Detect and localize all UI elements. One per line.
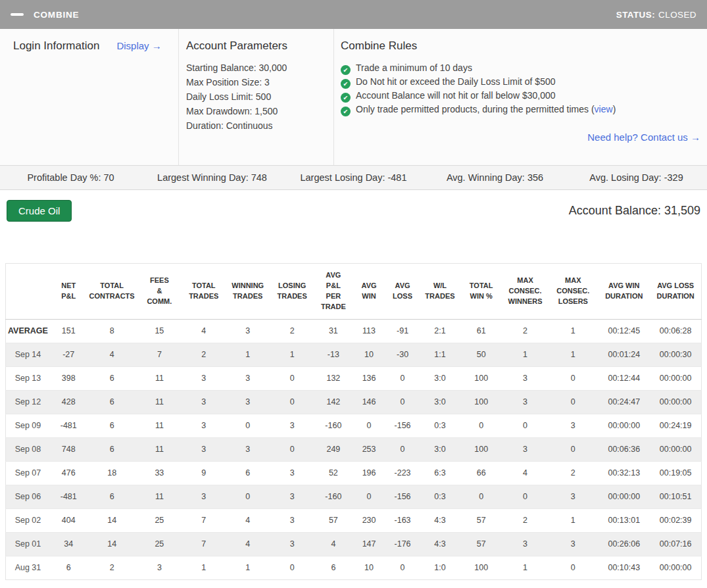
table-cell: 151 — [50, 319, 87, 343]
check-icon: ✔ — [341, 65, 351, 75]
column-header: AVG LOSS DURATION — [650, 264, 701, 320]
table-cell: 00:00:00 — [650, 366, 701, 390]
column-header: AVG WIN DURATION — [598, 264, 650, 320]
stats-bar: Profitable Day %: 70Largest Winning Day:… — [0, 166, 707, 190]
table-row: Sep 0874861133024925303:01003000:06:3600… — [6, 437, 702, 461]
table-cell: 6 — [87, 485, 137, 508]
table-cell: 1 — [225, 343, 270, 366]
table-cell: 0 — [385, 390, 420, 414]
table-cell: 196 — [353, 461, 385, 485]
table-cell: 3:0 — [420, 390, 460, 414]
table-row: Sep 1339861133013213603:01003000:12:4400… — [6, 366, 702, 390]
table-cell: 142 — [314, 390, 353, 414]
table-cell: 00:06:28 — [650, 319, 701, 343]
table-cell: 3 — [182, 485, 225, 508]
rule-item: ✔Only trade permitted products, during t… — [341, 103, 702, 116]
table-cell: 6 — [50, 556, 87, 579]
row-label: Sep 07 — [6, 461, 50, 485]
login-information-heading: Login Information — [13, 39, 99, 53]
table-cell: 7 — [182, 508, 225, 532]
combine-rules-section: Combine Rules ✔Trade a minimum of 10 day… — [334, 29, 707, 165]
table-cell: 0 — [225, 485, 270, 508]
table-cell: 2 — [502, 508, 549, 532]
crude-oil-button[interactable]: Crude Oil — [7, 200, 72, 222]
table-cell: 2:1 — [420, 319, 460, 343]
parameter-line: Max Position Size: 3 — [186, 75, 333, 89]
table-cell: -481 — [50, 485, 87, 508]
table-cell: -13 — [314, 343, 353, 366]
table-cell: 100 — [460, 437, 502, 461]
rule-text: ) — [613, 104, 616, 114]
view-link[interactable]: view — [595, 104, 613, 114]
table-cell: 3:0 — [420, 366, 460, 390]
column-header: TOTAL CONTRACTS — [87, 264, 137, 320]
table-cell: 1 — [182, 556, 225, 579]
table-cell: 57 — [460, 508, 502, 532]
table-cell: 10 — [353, 343, 385, 366]
contact-us-link[interactable]: Need help? Contact us → — [587, 132, 700, 143]
account-parameters-section: Account Parameters Starting Balance: 30,… — [179, 29, 334, 165]
table-cell: 11 — [137, 414, 182, 437]
check-icon: ✔ — [341, 93, 351, 103]
table-cell: 2 — [270, 319, 314, 343]
table-cell: 3 — [548, 485, 598, 508]
table-cell: 1 — [548, 319, 598, 343]
table-cell: 3 — [182, 414, 225, 437]
combine-rules-heading: Combine Rules — [341, 39, 702, 53]
table-header-row: NET P&LTOTAL CONTRACTSFEES & COMM.TOTAL … — [6, 264, 702, 320]
table-row: Sep 02404142574357230-1634:3572100:13:01… — [6, 508, 702, 532]
table-cell: 14 — [87, 508, 137, 532]
table-cell: 0 — [502, 485, 549, 508]
table-cell: 11 — [137, 366, 182, 390]
table-cell: 00:32:13 — [598, 461, 650, 485]
column-header: FEES & COMM. — [137, 264, 182, 320]
table-cell: 3 — [182, 437, 225, 461]
table-cell: 0:3 — [420, 485, 460, 508]
table-cell: 52 — [314, 461, 353, 485]
table-cell: 9 — [182, 461, 225, 485]
table-cell: 0 — [548, 556, 598, 579]
minimize-icon[interactable] — [11, 13, 24, 16]
table-cell: 3 — [502, 390, 549, 414]
table-cell: 11 — [137, 437, 182, 461]
parameter-line: Starting Balance: 30,000 — [186, 61, 333, 75]
column-header: MAX CONSEC. WINNERS — [502, 264, 549, 320]
table-cell: 428 — [50, 390, 87, 414]
table-cell: 25 — [137, 532, 182, 556]
table-cell: -91 — [385, 319, 420, 343]
table-cell: 11 — [137, 485, 182, 508]
table-cell: 4 — [314, 532, 353, 556]
table-cell: 0 — [460, 414, 502, 437]
table-cell: 4 — [225, 508, 270, 532]
table-cell: 11 — [137, 390, 182, 414]
table-cell: 4 — [225, 532, 270, 556]
table-cell: 2 — [548, 461, 598, 485]
display-link[interactable]: Display → — [116, 40, 161, 51]
product-row: Crude Oil Account Balance: 31,509 — [0, 190, 707, 263]
table-cell: 476 — [50, 461, 87, 485]
stat-item: Largest Winning Day: 748 — [141, 172, 283, 183]
table-cell: 3 — [225, 319, 270, 343]
table-cell: 00:13:01 — [598, 508, 650, 532]
table-cell: 1 — [548, 343, 598, 366]
table-cell: 10 — [353, 556, 385, 579]
table-cell: 1 — [548, 508, 598, 532]
row-label: Sep 13 — [6, 366, 50, 390]
table-cell: 4 — [87, 343, 137, 366]
table-cell: 4 — [182, 319, 225, 343]
row-label: Sep 06 — [6, 485, 50, 508]
table-cell: 0 — [270, 390, 314, 414]
window-title: COMBINE — [34, 10, 79, 20]
table-cell: 00:02:39 — [650, 508, 701, 532]
table-cell: 1 — [502, 556, 549, 579]
status-label: STATUS: — [616, 10, 655, 20]
rule-text: Account Balance will not hit or fall bel… — [356, 90, 556, 101]
table-cell: 0 — [548, 390, 598, 414]
table-cell: -30 — [385, 343, 420, 366]
table-cell: 00:01:24 — [598, 343, 650, 366]
table-cell: 3 — [225, 390, 270, 414]
table-cell: 00:24:19 — [650, 414, 701, 437]
account-parameters-list: Starting Balance: 30,000Max Position Siz… — [186, 61, 333, 133]
table-cell: 230 — [353, 508, 385, 532]
column-header: WINNING TRADES — [225, 264, 270, 320]
